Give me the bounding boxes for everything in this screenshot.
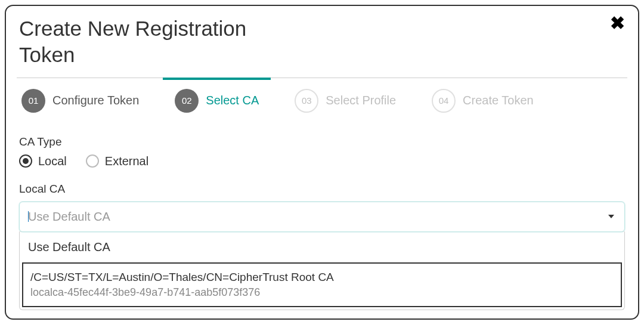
step-label: Configure Token: [52, 94, 139, 107]
close-icon[interactable]: ✖: [610, 14, 625, 32]
stepper: 01 Configure Token 02 Select CA 03 Selec…: [6, 78, 638, 122]
ca-type-label: CA Type: [19, 135, 625, 149]
ca-type-radio-group: Local External: [19, 154, 625, 168]
dropdown-option-id: localca-45fec44f-3be9-49a7-b741-aab5f073…: [30, 285, 614, 300]
step-badge: 02: [175, 89, 199, 113]
local-ca-dropdown: Use Default CA /C=US/ST=TX/L=Austin/O=Th…: [19, 231, 625, 311]
dropdown-option-dn: /C=US/ST=TX/L=Austin/O=Thales/CN=CipherT…: [30, 270, 614, 286]
step-create-token[interactable]: 04 Create Token: [432, 78, 534, 122]
radio-external[interactable]: External: [86, 154, 148, 168]
radio-local[interactable]: Local: [19, 154, 67, 168]
step-configure-token[interactable]: 01 Configure Token: [21, 78, 139, 122]
dropdown-option-default[interactable]: Use Default CA: [20, 232, 624, 262]
modal-header: Create New Registration Token ✖: [6, 6, 638, 75]
radio-circle-icon: [86, 154, 99, 168]
radio-circle-icon: [19, 154, 32, 168]
local-ca-input-value: Use Default CA: [28, 210, 110, 223]
chevron-down-icon[interactable]: [608, 215, 614, 218]
radio-label: External: [105, 154, 148, 168]
step-label: Select CA: [206, 94, 259, 107]
step-badge: 04: [432, 89, 456, 113]
step-badge: 01: [21, 89, 45, 113]
dropdown-option-root-ca[interactable]: /C=US/ST=TX/L=Austin/O=Thales/CN=CipherT…: [22, 262, 622, 308]
step-badge: 03: [295, 89, 318, 113]
step-label: Select Profile: [326, 94, 396, 107]
step-select-profile[interactable]: 03 Select Profile: [295, 78, 396, 122]
step-select-ca[interactable]: 02 Select CA: [175, 78, 259, 122]
radio-label: Local: [38, 154, 67, 168]
create-token-modal: Create New Registration Token ✖ 01 Confi…: [5, 5, 639, 320]
modal-title: Create New Registration Token: [19, 16, 305, 68]
local-ca-combobox[interactable]: Use Default CA: [19, 202, 625, 232]
local-ca-input[interactable]: Use Default CA: [19, 202, 625, 232]
step-label: Create Token: [463, 94, 534, 107]
modal-body: CA Type Local External Local CA Use Defa…: [6, 122, 638, 319]
local-ca-label: Local CA: [19, 183, 625, 196]
